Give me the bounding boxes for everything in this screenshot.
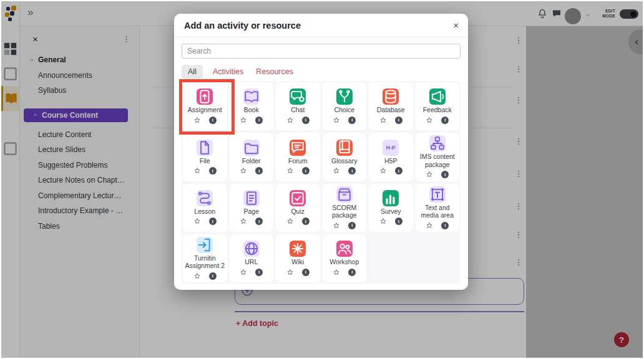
info-icon[interactable]: i: [348, 269, 356, 276]
info-icon[interactable]: i: [302, 218, 310, 225]
activity-tile-book[interactable]: Booki: [230, 82, 274, 130]
star-outline-icon[interactable]: [193, 218, 201, 225]
info-icon[interactable]: i: [302, 269, 310, 276]
star-outline-icon[interactable]: [333, 117, 340, 124]
activity-tile-folder[interactable]: Folderi: [230, 133, 274, 181]
info-icon[interactable]: i: [255, 218, 263, 225]
tile-actions: i: [379, 167, 402, 175]
activity-tile-label: IMS content package: [417, 153, 459, 168]
star-outline-icon[interactable]: [286, 167, 294, 175]
star-outline-icon[interactable]: [193, 117, 201, 124]
info-icon[interactable]: i: [209, 272, 217, 280]
search-input[interactable]: [182, 44, 461, 59]
activity-tile-label: Book: [244, 106, 259, 114]
activity-tile-label: Workshop: [329, 258, 359, 266]
activity-tile-workshop[interactable]: Workshopi: [323, 234, 367, 282]
tile-actions: i: [286, 117, 310, 124]
activity-tile-database[interactable]: Databasei: [369, 82, 413, 130]
box-icon: [336, 186, 353, 203]
info-icon[interactable]: i: [395, 218, 402, 225]
star-outline-icon[interactable]: [379, 167, 387, 175]
info-icon[interactable]: i: [255, 117, 263, 124]
tab-all[interactable]: All: [182, 65, 203, 79]
star-outline-icon[interactable]: [379, 117, 387, 124]
star-outline-icon[interactable]: [240, 218, 247, 225]
activity-tile-choice[interactable]: Choicei: [323, 82, 367, 130]
info-icon[interactable]: i: [441, 171, 449, 178]
activity-tile-ims-content-package[interactable]: IMS content packagei: [416, 133, 460, 181]
star-outline-icon[interactable]: [286, 218, 294, 225]
tile-actions: i: [193, 272, 217, 280]
activity-tile-text-and-media-area[interactable]: Text and media areai: [416, 184, 460, 232]
activity-tile-label: SCORM package: [324, 204, 366, 219]
info-icon[interactable]: i: [348, 222, 356, 229]
activity-tile-assignment[interactable]: Assignmenti: [183, 82, 227, 130]
info-icon[interactable]: i: [302, 117, 310, 124]
activity-tile-survey[interactable]: Surveyi: [369, 184, 413, 232]
activity-tile-glossary[interactable]: Glossaryi: [323, 133, 367, 181]
star-outline-icon[interactable]: [193, 167, 201, 175]
route-icon: [197, 190, 213, 206]
activity-tile-label: Choice: [334, 106, 354, 114]
activity-tile-chat[interactable]: Chati: [276, 82, 320, 130]
close-modal-icon[interactable]: ×: [453, 20, 459, 31]
info-icon[interactable]: i: [209, 117, 217, 124]
star-outline-icon[interactable]: [426, 171, 433, 178]
star-outline-icon[interactable]: [286, 117, 294, 124]
database-icon: [383, 89, 399, 105]
document-arrow-icon: [197, 89, 213, 105]
activity-tile-forum[interactable]: Forumi: [276, 133, 320, 181]
megaphone-icon: [429, 89, 446, 105]
star-outline-icon[interactable]: [333, 222, 340, 229]
activity-tile-page[interactable]: Pagei: [230, 184, 274, 232]
star-outline-icon[interactable]: [193, 272, 201, 280]
star-outline-icon[interactable]: [240, 269, 247, 276]
info-icon[interactable]: i: [255, 269, 263, 276]
page-icon: [243, 190, 260, 206]
activity-tile-label: Quiz: [291, 208, 305, 216]
activity-tile-label: Forum: [288, 157, 307, 165]
activity-tile-url[interactable]: URLi: [230, 234, 274, 282]
info-icon[interactable]: i: [395, 117, 402, 124]
star-outline-icon[interactable]: [333, 269, 340, 276]
people-icon: [336, 241, 353, 257]
activity-tile-label: Wiki: [291, 258, 304, 266]
activity-tile-label: H5P: [384, 157, 397, 165]
file-icon: [197, 140, 213, 156]
info-icon[interactable]: i: [302, 167, 310, 175]
activity-tile-h5p[interactable]: H-PH5Pi: [369, 133, 413, 181]
info-icon[interactable]: i: [348, 117, 356, 124]
star-outline-icon[interactable]: [240, 117, 247, 124]
tile-actions: i: [426, 117, 449, 124]
star-outline-icon[interactable]: [240, 167, 247, 175]
tab-activities[interactable]: Activities: [207, 65, 250, 79]
activity-tile-scorm-package[interactable]: SCORM packagei: [323, 184, 367, 232]
info-icon[interactable]: i: [255, 167, 263, 175]
info-icon[interactable]: i: [348, 167, 356, 175]
activity-tile-grid: AssignmentiBookiChatiChoiceiDatabaseiFee…: [182, 81, 461, 284]
star-outline-icon[interactable]: [333, 167, 340, 175]
tile-actions: i: [193, 218, 217, 225]
info-icon[interactable]: i: [441, 222, 449, 229]
activity-tile-wiki[interactable]: Wikii: [276, 234, 320, 282]
activity-tile-label: Survey: [381, 208, 401, 216]
tile-actions: i: [240, 167, 263, 175]
modal-body: AllActivitiesResources AssignmentiBookiC…: [174, 37, 468, 290]
star-outline-icon[interactable]: [286, 269, 294, 276]
tab-resources[interactable]: Resources: [250, 65, 300, 79]
activity-tile-feedback[interactable]: Feedbacki: [416, 82, 460, 130]
activity-tile-turnitin-assignment-2[interactable]: Turnitin Assignment 2i: [183, 234, 227, 282]
activity-chooser-modal: Add an activity or resource × AllActivit…: [174, 14, 468, 290]
tile-actions: i: [379, 117, 402, 124]
tile-actions: i: [193, 117, 217, 124]
activity-tile-file[interactable]: Filei: [183, 133, 227, 181]
info-icon[interactable]: i: [395, 167, 402, 175]
star-outline-icon[interactable]: [426, 222, 433, 229]
info-icon[interactable]: i: [441, 117, 449, 124]
activity-tile-quiz[interactable]: Quizi: [276, 184, 320, 232]
star-outline-icon[interactable]: [426, 117, 433, 124]
activity-tile-lesson[interactable]: Lessoni: [183, 184, 227, 232]
info-icon[interactable]: i: [209, 218, 217, 225]
star-outline-icon[interactable]: [379, 218, 387, 225]
info-icon[interactable]: i: [209, 167, 217, 175]
